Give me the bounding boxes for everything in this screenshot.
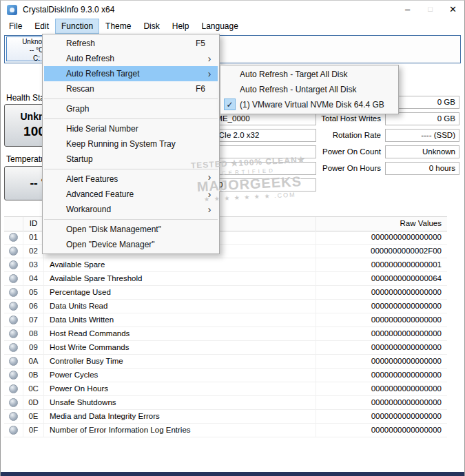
attribute-name: Data Units Written — [44, 313, 316, 327]
menu-item[interactable]: Open "Disk Management" — [44, 219, 218, 237]
health-led-icon — [9, 329, 18, 338]
menu-item-label: Graph — [44, 101, 205, 116]
table-row[interactable]: 04 Available Spare Threshold 00000000000… — [4, 272, 447, 286]
table-row[interactable]: 0B Power Cycles 0000000000000000 — [4, 369, 447, 382]
submenu-item[interactable]: Auto Refresh - Untarget All Disk — [222, 82, 397, 97]
health-led-icon — [9, 288, 18, 297]
usage-info-row: Power On Count Unknown — [290, 145, 459, 158]
attribute-raw-value: 0000000000000000 — [316, 300, 447, 313]
checkmark-icon — [222, 97, 240, 112]
table-row[interactable]: 03 Available Spare 0000000000000001 — [4, 258, 447, 272]
submenu-item[interactable]: (1) VMware Virtual NVMe Disk 64.4 GB — [222, 97, 397, 112]
menu-item[interactable]: Hide Serial Number — [44, 118, 218, 136]
menubar-item[interactable]: Theme — [100, 19, 136, 33]
led-cell — [4, 341, 23, 354]
usage-info-label: Rotation Rate — [290, 129, 385, 142]
health-led-icon — [9, 398, 18, 407]
submenu-item-label: Auto Refresh - Untarget All Disk — [240, 82, 397, 97]
attribute-id: 01 — [23, 231, 44, 244]
table-row[interactable]: 0F Number of Error Information Log Entri… — [4, 424, 447, 437]
menu-item[interactable]: Startup — [44, 152, 218, 167]
attribute-id: 0D — [23, 396, 44, 409]
attribute-name: Available Spare Threshold — [44, 272, 316, 285]
health-led-icon — [9, 343, 18, 352]
menu-item-label: Open "Disk Management" — [44, 222, 205, 237]
minimize-button-icon[interactable]: – — [396, 1, 419, 19]
raw-values-column-header: Raw Values — [316, 217, 447, 231]
menu-item-label: Open "Device Manager" — [44, 237, 205, 252]
menu-item[interactable]: Keep Running in System Tray — [44, 136, 218, 152]
menu-item[interactable]: Open "Device Manager" — [44, 237, 218, 252]
menu-bar: File Edit Function Theme Disk Help Langu… — [1, 19, 464, 34]
menu-item[interactable]: Graph — [44, 99, 218, 116]
attribute-name: Data Units Read — [44, 300, 316, 313]
led-cell — [4, 258, 23, 271]
menubar-item[interactable]: Help — [167, 19, 195, 33]
usage-info-label: Power On Hours — [290, 162, 385, 175]
menubar-item[interactable]: Edit — [29, 19, 54, 33]
menubar-item[interactable]: File — [3, 19, 28, 33]
menubar-item[interactable]: Language — [196, 19, 243, 33]
usage-info-row: Rotation Rate ---- (SSD) — [290, 129, 459, 142]
attribute-id: 09 — [23, 341, 44, 354]
attribute-id: 0A — [23, 355, 44, 368]
menu-item-shortcut: F5 — [196, 36, 218, 51]
attribute-name: Percentage Used — [44, 286, 316, 299]
led-cell — [4, 396, 23, 409]
submenu-arrow-icon — [205, 51, 214, 67]
health-led-icon — [9, 412, 18, 421]
menu-item[interactable]: Auto Refresh — [44, 51, 218, 66]
led-cell — [4, 382, 23, 395]
checkmark-icon — [222, 82, 240, 97]
menu-item[interactable]: Rescan F6 — [44, 81, 218, 96]
menu-item[interactable]: Auto Refresh Target — [44, 66, 218, 81]
menubar-item[interactable]: Disk — [138, 19, 165, 33]
attribute-id: 06 — [23, 300, 44, 313]
menubar-item[interactable]: Function — [56, 19, 99, 33]
close-button-icon[interactable]: ✕ — [442, 1, 464, 19]
attribute-raw-value: 0000000000000000 — [316, 410, 447, 423]
table-row[interactable]: 05 Percentage Used 0000000000000000 — [4, 286, 447, 300]
submenu-arrow-icon — [205, 169, 214, 185]
auto-refresh-target-submenu: Auto Refresh - Target All Disk Auto Refr… — [220, 65, 399, 114]
attribute-id: 08 — [23, 327, 44, 340]
usage-info-label: Power On Count — [290, 145, 385, 158]
checkmark-icon — [222, 67, 240, 82]
submenu-item-label: (1) VMware Virtual NVMe Disk 64.4 GB — [240, 97, 397, 112]
attribute-raw-value: 0000000000000000 — [316, 382, 447, 395]
menu-item[interactable]: Workaround — [44, 202, 218, 217]
attribute-raw-value: 0000000000000000 — [316, 424, 447, 437]
id-column-header: ID — [23, 217, 44, 231]
maximize-button-icon[interactable]: □ — [419, 1, 442, 19]
table-row[interactable]: 08 Host Read Commands 0000000000000000 — [4, 327, 447, 341]
menu-item[interactable]: Alert Features — [44, 169, 218, 187]
title-bar: CrystalDiskInfo 9.3.0 x64 – □ ✕ — [1, 1, 464, 19]
app-icon — [7, 5, 17, 15]
health-led-icon — [9, 371, 18, 380]
window-bottom-frame — [1, 472, 464, 476]
menu-item-label: Advanced Feature — [44, 187, 205, 202]
table-row[interactable]: 0C Power On Hours 0000000000000000 — [4, 382, 447, 396]
attribute-raw-value: 0000000000000000 — [316, 286, 447, 299]
attribute-id: 0C — [23, 382, 44, 395]
attribute-raw-value: 0000000000000000 — [316, 327, 447, 340]
attribute-raw-value: 0000000000000000 — [316, 369, 447, 382]
table-row[interactable]: 09 Host Write Commands 0000000000000000 — [4, 341, 447, 355]
table-row[interactable]: 07 Data Units Written 0000000000000000 — [4, 313, 447, 327]
menu-item[interactable]: Advanced Feature — [44, 187, 218, 202]
menu-item[interactable]: Refresh F5 — [44, 36, 218, 51]
submenu-item[interactable]: Auto Refresh - Target All Disk — [222, 67, 397, 82]
health-led-icon — [9, 233, 18, 242]
table-row[interactable]: 0E Media and Data Integrity Errors 00000… — [4, 410, 447, 424]
usage-info-value: ---- (SSD) — [385, 129, 459, 142]
led-cell — [4, 313, 23, 327]
table-row[interactable]: 0A Controller Busy Time 0000000000000000 — [4, 355, 447, 369]
submenu-arrow-icon — [205, 187, 214, 203]
attribute-id: 03 — [23, 258, 44, 271]
health-led-icon — [9, 384, 18, 393]
table-row[interactable]: 06 Data Units Read 0000000000000000 — [4, 300, 447, 313]
table-row[interactable]: 0D Unsafe Shutdowns 0000000000000000 — [4, 396, 447, 410]
attribute-raw-value: 0000000000000000 — [316, 355, 447, 368]
health-led-icon — [9, 247, 18, 256]
led-column-header — [4, 217, 23, 231]
